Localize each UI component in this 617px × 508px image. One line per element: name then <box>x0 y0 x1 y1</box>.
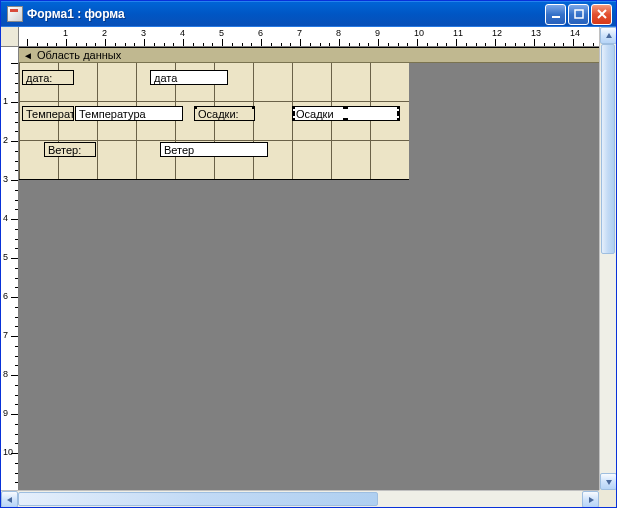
form-icon <box>7 6 23 22</box>
wind-field[interactable]: Ветер <box>160 142 268 157</box>
scroll-up-button[interactable] <box>600 27 616 44</box>
date-field[interactable]: дата <box>150 70 228 85</box>
temperature-label[interactable]: Температ <box>22 106 74 121</box>
h-scroll-track[interactable] <box>18 491 582 507</box>
temperature-field[interactable]: Температура <box>75 106 183 121</box>
horizontal-ruler[interactable]: 1234567891011121314 <box>19 27 599 47</box>
window-title: Форма1 : форма <box>27 7 545 21</box>
horizontal-scrollbar[interactable] <box>1 490 599 507</box>
h-scroll-thumb[interactable] <box>18 492 378 506</box>
date-label[interactable]: дата: <box>22 70 74 85</box>
maximize-button[interactable] <box>568 4 589 25</box>
svg-rect-1 <box>575 10 583 18</box>
scroll-down-button[interactable] <box>600 473 616 490</box>
svg-rect-0 <box>552 16 560 18</box>
scroll-right-button[interactable] <box>582 491 599 507</box>
wind-label[interactable]: Ветер: <box>44 142 96 157</box>
ruler-corner-selector[interactable] <box>1 27 19 47</box>
vertical-ruler[interactable]: 12345678910 <box>1 47 19 490</box>
design-canvas[interactable]: ◄ Область данных дата: дата Температ Тем… <box>19 47 599 490</box>
form-designer-window: Форма1 : форма 1234567891011121314 12345… <box>0 0 617 508</box>
scrollbar-corner <box>599 490 616 507</box>
scroll-left-button[interactable] <box>1 491 18 507</box>
detail-section-header[interactable]: ◄ Область данных <box>19 47 599 63</box>
client-area: 1234567891011121314 12345678910 ◄ Област… <box>1 27 616 507</box>
precip-label[interactable]: Осадки: <box>194 106 255 121</box>
v-scroll-track[interactable] <box>600 44 616 473</box>
close-button[interactable] <box>591 4 612 25</box>
vertical-scrollbar[interactable] <box>599 27 616 490</box>
minimize-button[interactable] <box>545 4 566 25</box>
v-scroll-thumb[interactable] <box>601 44 615 254</box>
titlebar[interactable]: Форма1 : форма <box>1 1 616 27</box>
precip-field[interactable]: Осадки <box>292 106 400 121</box>
section-title: Область данных <box>37 49 121 61</box>
section-arrow-icon: ◄ <box>23 50 33 61</box>
detail-section-body[interactable]: дата: дата Температ Температура Осадки: … <box>19 63 409 180</box>
